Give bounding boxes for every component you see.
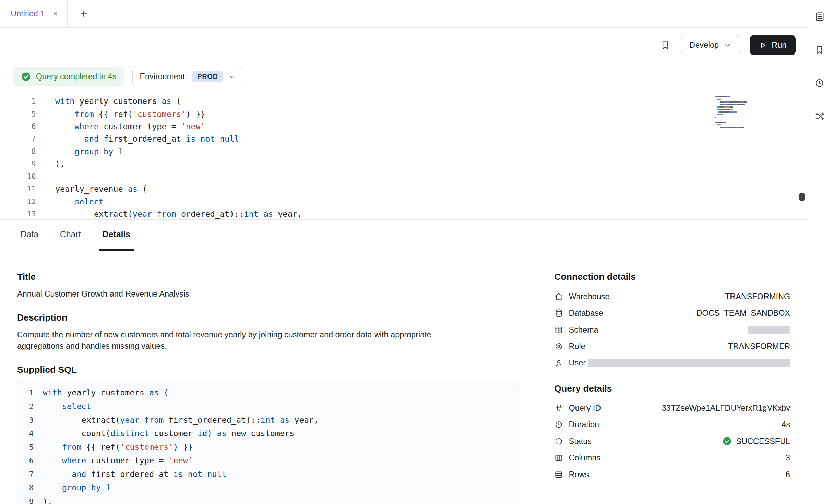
editor-code: 1with yearly_customers as (5 from {{ ref… <box>0 95 807 220</box>
detail-label: User <box>569 358 586 368</box>
detail-label: Columns <box>569 453 601 463</box>
tab-label: Untitled 1 <box>11 9 45 19</box>
line-number: 13 <box>0 208 36 220</box>
detail-value: 4s <box>782 420 790 429</box>
role-icon <box>554 342 563 351</box>
description-value: Compute the number of new customers and … <box>17 329 479 352</box>
code-line[interactable]: 10 <box>0 170 807 183</box>
code-line[interactable]: 8 group by 1 <box>0 145 807 158</box>
user-icon <box>554 359 563 368</box>
code-line[interactable]: 6 where customer_type = 'new' <box>17 454 520 468</box>
run-button[interactable]: Run <box>750 35 796 55</box>
status-bar: Query completed in 4s Environment: PROD <box>0 62 807 91</box>
connection-details-list: WarehouseTRANSFORMINGDatabaseDOCS_TEAM_S… <box>554 288 790 371</box>
code-line[interactable]: 2 select <box>17 400 520 413</box>
detail-row-rows: Rows6 <box>554 466 790 483</box>
line-number: 4 <box>17 427 34 441</box>
lineage-icon[interactable] <box>810 107 829 125</box>
code-line[interactable]: 7 and first_ordered_at is not null <box>0 133 807 145</box>
code-text: where customer_type = 'new' <box>55 120 205 133</box>
clock-icon <box>554 420 563 429</box>
code-line[interactable]: 5 from {{ ref('customers') }} <box>17 441 520 454</box>
code-text: group by 1 <box>43 481 110 495</box>
line-number: 8 <box>0 145 36 158</box>
code-line[interactable]: 3 extract(year from first_ordered_at)::i… <box>17 413 520 427</box>
tab-details[interactable]: Details <box>99 220 134 251</box>
code-line[interactable]: 9), <box>0 158 807 170</box>
details-right-column: Connection details WarehouseTRANSFORMING… <box>554 272 790 504</box>
chevron-down-icon <box>228 73 236 81</box>
line-number: 6 <box>0 120 36 133</box>
detail-label: Schema <box>569 325 598 335</box>
line-number: 1 <box>0 95 36 107</box>
columns-icon <box>554 453 563 463</box>
line-number: 9 <box>0 158 36 170</box>
redacted-value <box>748 326 790 334</box>
code-text: with yearly_customers as ( <box>43 386 168 400</box>
line-number: 7 <box>17 468 34 481</box>
code-line[interactable]: 1with yearly_customers as ( <box>17 386 520 400</box>
tab-data[interactable]: Data <box>17 220 42 251</box>
line-number: 12 <box>0 195 36 208</box>
tab-untitled-1[interactable]: Untitled 1 <box>0 0 68 27</box>
environment-selector[interactable]: Environment: PROD <box>132 67 243 86</box>
code-text: from {{ ref('customers') }} <box>55 108 205 120</box>
code-text: and first_ordered_at is not null <box>43 468 226 481</box>
title-heading: Title <box>17 272 520 282</box>
code-line[interactable]: 13 extract(year from ordered_at)::int as… <box>0 208 807 220</box>
detail-row-duration: Duration4s <box>554 416 790 433</box>
detail-label: Role <box>569 342 585 351</box>
sql-editor[interactable]: 1with yearly_customers as (5 from {{ ref… <box>0 91 807 220</box>
database-icon <box>554 309 563 318</box>
bookmark-button[interactable] <box>659 39 671 51</box>
rows-icon <box>554 470 563 479</box>
success-check-icon <box>722 436 732 446</box>
code-text: from {{ ref('customers') }} <box>43 441 192 454</box>
code-line[interactable]: 12 select <box>0 195 807 208</box>
code-line[interactable]: 1with yearly_customers as ( <box>0 95 807 107</box>
detail-value: 33TZseWpe1ALFDUYerxR1gVKxbv <box>662 404 790 413</box>
detail-value-text: TRANSFORMER <box>728 342 790 351</box>
code-line[interactable]: 4 count(distinct customer_id) as new_cus… <box>17 427 520 441</box>
environment-label: Environment: <box>140 72 187 81</box>
spinner-icon <box>554 437 563 446</box>
tab-chart[interactable]: Chart <box>57 220 84 251</box>
code-line[interactable]: 5 from {{ ref('customers') }} <box>0 108 807 120</box>
code-line[interactable]: 11yearly_revenue as ( <box>0 183 807 195</box>
new-tab-button[interactable] <box>79 9 88 19</box>
query-list-icon[interactable] <box>810 8 829 26</box>
editor-scrollbar[interactable] <box>799 193 805 200</box>
app-frame: Untitled 1 Develop <box>0 0 832 504</box>
title-value: Annual Customer Growth and Revenue Analy… <box>17 288 520 300</box>
close-tab-icon[interactable] <box>52 11 59 17</box>
query-status-text: Query completed in 4s <box>36 72 117 81</box>
detail-value-text: DOCS_TEAM_SANDBOX <box>697 309 791 318</box>
line-number: 3 <box>17 413 34 427</box>
details-panel: Title Annual Customer Growth and Revenue… <box>0 250 807 504</box>
detail-value <box>586 359 790 367</box>
code-text: group by 1 <box>55 145 123 158</box>
query-details-list: Query ID33TZseWpe1ALFDUYerxR1gVKxbvDurat… <box>554 400 790 483</box>
develop-dropdown[interactable]: Develop <box>681 35 740 55</box>
supplied-sql-block: 1with yearly_customers as (2 select3 ext… <box>17 381 520 504</box>
detail-label: Database <box>569 309 603 318</box>
code-line[interactable]: 9), <box>17 495 520 504</box>
history-icon[interactable] <box>810 74 829 92</box>
detail-row-role: RoleTRANSFORMER <box>554 338 790 355</box>
bookmark-icon[interactable] <box>810 41 829 59</box>
code-line[interactable]: 7 and first_ordered_at is not null <box>17 468 520 481</box>
code-line[interactable]: 8 group by 1 <box>17 481 520 495</box>
run-label: Run <box>772 40 786 50</box>
schema-icon <box>554 325 563 335</box>
connection-details-heading: Connection details <box>554 272 790 282</box>
detail-value: SUCCESSFUL <box>722 436 790 446</box>
line-number: 7 <box>0 133 36 145</box>
code-text: ), <box>43 495 52 504</box>
detail-label: Warehouse <box>569 292 610 301</box>
editor-minimap[interactable] <box>715 95 757 129</box>
line-number: 5 <box>0 108 36 120</box>
detail-row-warehouse: WarehouseTRANSFORMING <box>554 288 790 305</box>
detail-value: TRANSFORMING <box>725 292 790 301</box>
code-line[interactable]: 6 where customer_type = 'new' <box>0 120 807 133</box>
details-left-column: Title Annual Customer Growth and Revenue… <box>17 272 520 504</box>
